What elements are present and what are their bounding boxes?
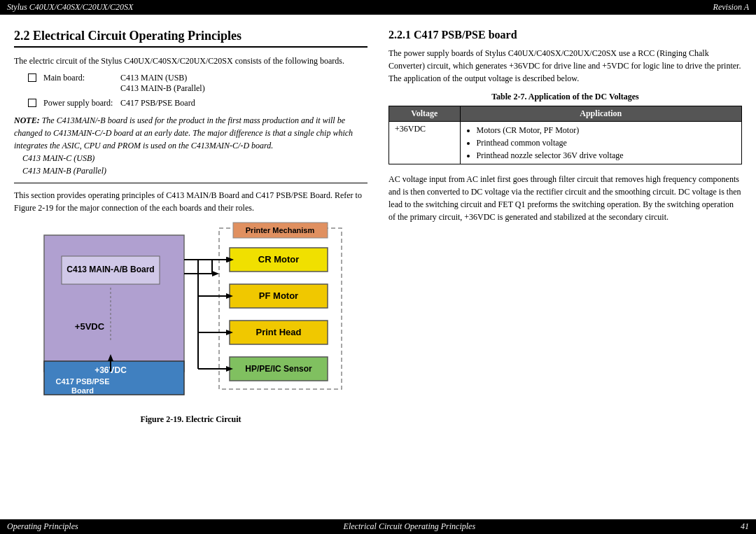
note-text: NOTE: The C413MAIN/-B board is used for …	[14, 114, 368, 177]
section-title: 2.2 Electrical Circuit Operating Princip…	[14, 29, 368, 48]
subsection-title: 2.2.1 C417 PSB/PSE board	[388, 29, 742, 41]
checkbox-label-power: Power supply board:	[43, 98, 120, 108]
note-list-1: C413 MAIN-C (USB)	[14, 153, 94, 163]
cr-motor-label: CR Motor	[258, 254, 299, 265]
divider	[14, 183, 368, 183]
main-content: 2.2 Electrical Circuit Operating Princip…	[0, 15, 756, 512]
diagram-area: C413 MAIN-A/B Board +5VDC +36VDC C417 PS…	[14, 221, 368, 425]
application-list: Motors (CR Motor, PF Motor) Printhead co…	[477, 124, 736, 162]
table-row-36v: +36VDC Motors (CR Motor, PF Motor) Print…	[389, 122, 742, 164]
diagram-svg: C413 MAIN-A/B Board +5VDC +36VDC C417 PS…	[30, 221, 352, 410]
note-list-2: C413 MAIN-B (Parallel)	[14, 166, 106, 176]
td-application-36v: Motors (CR Motor, PF Motor) Printhead co…	[460, 122, 741, 164]
header-right: Revision A	[713, 2, 749, 13]
app-item-1: Motors (CR Motor, PF Motor)	[477, 124, 736, 136]
header-left: Stylus C40UX/C40SX/C20UX/C20SX	[7, 2, 133, 13]
hp-pe-ic-label: HP/PE/IC Sensor	[245, 364, 312, 374]
body2-text: This section provides operating principl…	[14, 189, 368, 214]
checkbox-box-main	[28, 73, 36, 82]
intro-text: The electric circuit of the Stylus C40UX…	[14, 55, 368, 67]
note-body: The C413MAIN/-B board is used for the pr…	[14, 115, 353, 150]
main-board-label: C413 MAIN-A/B Board	[66, 265, 154, 274]
footer-bar: Operating Principles Electrical Circuit …	[0, 519, 756, 534]
diagram-caption: Figure 2-19. Electric Circuit	[14, 414, 368, 425]
th-voltage: Voltage	[389, 106, 461, 122]
checkbox-box-power	[28, 99, 36, 107]
app-item-3: Printhead nozzle selector 36V drive volt…	[477, 149, 736, 162]
checkbox-item-power: Power supply board: C417 PSB/PSE Board	[28, 98, 368, 108]
th-application: Application	[460, 106, 741, 122]
printer-mechanism-label: Printer Mechanism	[245, 226, 314, 234]
arrow-cr-head	[212, 271, 219, 276]
table-title: Table 2-7. Application of the DC Voltage…	[388, 92, 742, 102]
td-voltage-36v: +36VDC	[389, 122, 461, 164]
plus5vdc-label: +5VDC	[74, 321, 104, 332]
footer-left: Operating Principles	[7, 521, 78, 532]
footer-center: Electrical Circuit Operating Principles	[344, 521, 476, 532]
right-column: 2.2.1 C417 PSB/PSE board The power suppl…	[388, 29, 742, 505]
footer-right: 41	[741, 521, 749, 532]
checkbox-list: Main board: C413 MAIN (USB)C413 MAIN-B (…	[28, 73, 368, 108]
checkbox-value-power: C417 PSB/PSE Board	[120, 98, 368, 108]
right-intro: The power supply boards of Stylus C40UX/…	[388, 47, 742, 85]
left-column: 2.2 Electrical Circuit Operating Princip…	[14, 29, 368, 505]
pse-board-label1: C417 PSB/PSE	[55, 377, 109, 386]
app-item-2: Printhead common voltage	[477, 136, 736, 149]
print-head-label: Print Head	[255, 327, 301, 337]
dc-voltages-table: Voltage Application +36VDC Motors (CR Mo…	[388, 106, 742, 164]
checkbox-item-main: Main board: C413 MAIN (USB)C413 MAIN-B (…	[28, 73, 368, 94]
main-board-rect	[44, 235, 184, 372]
note-label: NOTE:	[14, 115, 40, 125]
pse-board-label2: Board	[71, 386, 94, 395]
checkbox-value-main: C413 MAIN (USB)C413 MAIN-B (Parallel)	[120, 73, 368, 94]
pf-motor-label: PF Motor	[258, 290, 298, 301]
right-body2: AC voltage input from AC inlet first goe…	[388, 173, 742, 223]
checkbox-label-main: Main board:	[43, 73, 120, 83]
table-header-row: Voltage Application	[389, 106, 742, 122]
header-bar: Stylus C40UX/C40SX/C20UX/C20SX Revision …	[0, 0, 756, 15]
dc-voltages-table-container: Table 2-7. Application of the DC Voltage…	[388, 92, 742, 164]
